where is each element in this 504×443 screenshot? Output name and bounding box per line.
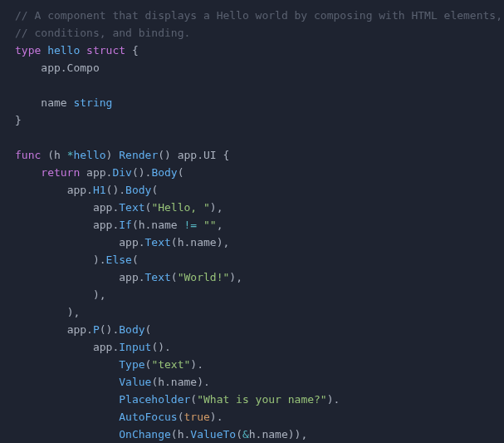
op-neq: != [184,219,198,231]
brace: } [15,114,22,126]
parens: () [158,149,171,161]
op-amp: & [242,428,249,441]
type-name: hello [47,44,80,57]
method-input: Input [119,341,151,353]
string-hello: "Hello, " [151,201,209,214]
method-autofocus: AutoFocus [119,411,177,423]
keyword-struct: struct [86,44,125,57]
string-prompt: "What is your name?" [197,393,327,406]
keyword-func: func [15,149,41,161]
comment-line: // conditions, and binding. [15,27,190,39]
method-else: Else [106,253,132,266]
receiver: (h [47,149,66,161]
method-if: If [119,219,132,231]
receiver-type: hello [73,149,105,161]
method-value: Value [119,376,151,388]
method-valueto: ValueTo [190,428,236,441]
method-text: Text [119,201,144,214]
method-type: Type [119,358,144,371]
method-body: Body [151,166,177,179]
method-h1: H1 [93,184,106,196]
string-empty: "" [203,219,217,231]
pkg: app [86,166,105,179]
keyword-return: return [41,166,80,179]
method-onchange: OnChange [119,428,171,441]
string-text: "text" [151,358,190,371]
comment-line: // A component that displays a Hello wor… [15,9,502,22]
field-name: name [41,96,66,109]
method-p: P [93,323,100,336]
return-type: app.UI [178,149,217,161]
func-name: Render [119,149,158,161]
method-placeholder: Placeholder [119,393,190,406]
string-world: "World!" [178,271,230,283]
bool-true: true [184,411,210,423]
brace: { [132,44,139,57]
expr: h.name [139,219,178,231]
paren: ) [106,149,113,161]
code-block: // A component that displays a Hello wor… [0,0,504,443]
keyword-type: type [15,44,41,57]
brace: { [223,149,230,161]
field-type: string [73,96,112,109]
field: app.Compo [41,62,99,74]
method-div: Div [112,166,131,179]
